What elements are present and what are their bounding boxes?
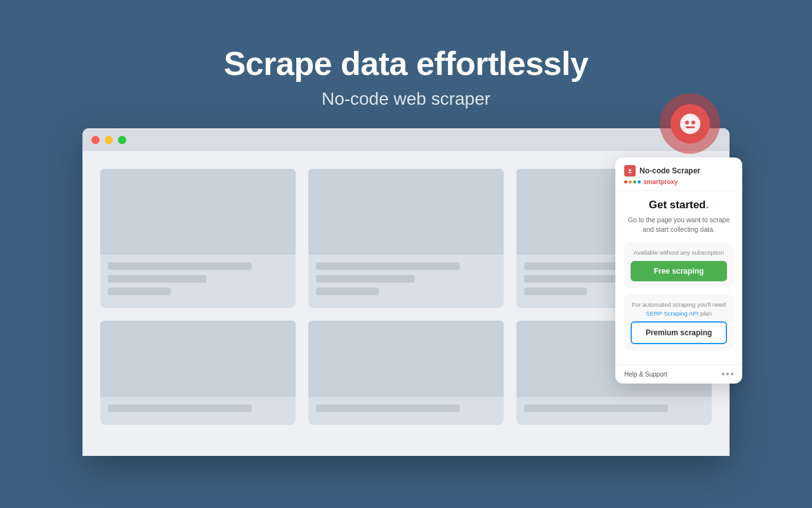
card-6-body bbox=[516, 397, 712, 425]
traffic-light-green bbox=[118, 136, 126, 144]
popup-footer: Help & Support bbox=[615, 364, 742, 384]
skeleton-line bbox=[524, 404, 668, 412]
help-support-label[interactable]: Help & Support bbox=[624, 371, 667, 378]
card-5-image bbox=[308, 321, 504, 397]
card-4 bbox=[100, 321, 296, 425]
skeleton-line bbox=[316, 262, 460, 270]
brand-dot-1 bbox=[624, 180, 627, 184]
skeleton-line bbox=[108, 262, 252, 270]
dot-1 bbox=[722, 373, 724, 375]
popup-card: No-code Scraper smartproxy Get started. bbox=[615, 157, 742, 384]
premium-scraping-section: For automated scraping you'll need SERP … bbox=[624, 294, 733, 351]
brand-row: smartproxy bbox=[624, 178, 733, 185]
traffic-light-yellow bbox=[105, 136, 113, 144]
skeleton-line bbox=[316, 288, 379, 295]
skeleton-line bbox=[524, 275, 623, 283]
get-started-dot: . bbox=[706, 199, 709, 211]
dot-2 bbox=[726, 373, 729, 375]
skeleton-line bbox=[316, 404, 460, 412]
dot-3 bbox=[731, 373, 733, 375]
browser-container: No-code Scraper smartproxy Get started. bbox=[82, 128, 730, 508]
free-scraping-button[interactable]: Free scraping bbox=[631, 261, 727, 281]
extension-name: No-code Scraper bbox=[639, 166, 700, 175]
card-1-body bbox=[100, 255, 296, 308]
popup-description: Go to the page you want to scrape and st… bbox=[624, 215, 733, 234]
robot-icon bbox=[679, 112, 702, 135]
extension-icon bbox=[624, 165, 636, 177]
brand-name: smartproxy bbox=[643, 178, 678, 185]
card-5-body bbox=[308, 397, 504, 425]
card-2 bbox=[308, 169, 504, 308]
svg-rect-8 bbox=[628, 172, 632, 173]
svg-point-2 bbox=[691, 121, 695, 124]
free-scraping-section: Available without any subscription Free … bbox=[624, 243, 733, 288]
popup-body: Get started. Go to the page you want to … bbox=[615, 191, 742, 364]
svg-rect-3 bbox=[686, 126, 695, 128]
card-2-image bbox=[308, 169, 504, 255]
skeleton-line bbox=[524, 288, 587, 295]
more-options-button[interactable] bbox=[722, 373, 733, 375]
card-1-image bbox=[100, 169, 296, 255]
traffic-light-red bbox=[91, 136, 100, 144]
svg-point-4 bbox=[689, 116, 691, 119]
card-4-body bbox=[100, 397, 296, 425]
serp-api-link[interactable]: SERP Scraping API bbox=[646, 310, 698, 317]
brand-dot-2 bbox=[629, 180, 632, 184]
hero-subtitle: No-code web scraper bbox=[224, 89, 589, 109]
popup-header: No-code Scraper smartproxy bbox=[615, 157, 742, 191]
card-2-body bbox=[308, 255, 504, 308]
get-started-heading: Get started. bbox=[624, 199, 733, 211]
ext-logo-icon bbox=[626, 167, 634, 175]
browser-titlebar bbox=[82, 128, 730, 151]
card-4-image bbox=[100, 321, 296, 397]
brand-dot-4 bbox=[638, 180, 641, 184]
card-5 bbox=[308, 321, 504, 425]
hero-section: Scrape data effortlessly No-code web scr… bbox=[224, 0, 589, 109]
premium-description: For automated scraping you'll need SERP … bbox=[631, 300, 727, 318]
skeleton-line bbox=[108, 288, 171, 295]
skeleton-line bbox=[108, 404, 252, 412]
extension-popup: No-code Scraper smartproxy Get started. bbox=[615, 157, 742, 384]
svg-point-1 bbox=[685, 121, 689, 124]
popup-header-row: No-code Scraper bbox=[624, 165, 733, 177]
available-label: Available without any subscription bbox=[631, 249, 727, 256]
floating-icon-inner bbox=[671, 104, 710, 144]
premium-scraping-button[interactable]: Premium scraping bbox=[631, 321, 727, 344]
card-1 bbox=[100, 169, 296, 308]
svg-point-7 bbox=[629, 169, 631, 171]
brand-dots bbox=[624, 180, 641, 184]
brand-dot-3 bbox=[633, 180, 636, 184]
skeleton-line bbox=[108, 275, 207, 283]
floating-icon-bg bbox=[660, 93, 720, 154]
hero-title: Scrape data effortlessly bbox=[224, 44, 589, 83]
skeleton-line bbox=[316, 275, 415, 283]
